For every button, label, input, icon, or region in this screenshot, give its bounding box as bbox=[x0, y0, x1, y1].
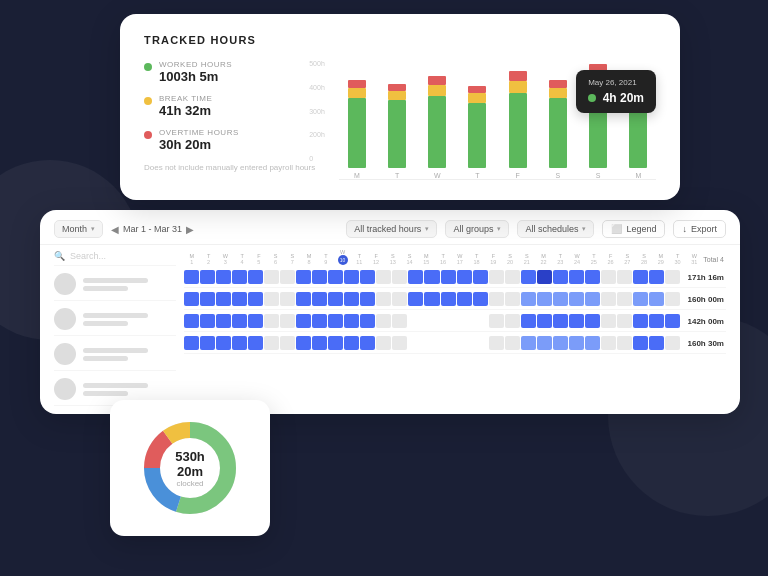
bar-green-2 bbox=[428, 96, 446, 168]
user-row-0 bbox=[54, 266, 176, 301]
prev-arrow[interactable]: ◀ bbox=[111, 224, 119, 235]
search-input[interactable]: Search... bbox=[70, 251, 106, 261]
bar-group-5: S bbox=[540, 80, 575, 179]
day-col-m1: M1 bbox=[184, 253, 200, 265]
bar-stack-2 bbox=[420, 76, 455, 168]
tracked-hours-filter[interactable]: All tracked hours ▾ bbox=[346, 220, 437, 238]
bar-green-3 bbox=[468, 103, 486, 168]
bar-chart: 500h 400h 300h 200h 0 M bbox=[331, 60, 656, 180]
bar-yellow-5 bbox=[549, 88, 567, 98]
day-header-row: M1 T2 W3 T4 F5 S6 S7 M8 T9 W10 T11 F12 S… bbox=[184, 245, 726, 267]
export-button[interactable]: ↓ Export bbox=[673, 220, 726, 238]
break-time-stat: BREAK TIME 41h 32m bbox=[144, 94, 315, 118]
bar-yellow-1 bbox=[388, 91, 406, 100]
overtime-label: OVERTIME HOURS bbox=[159, 128, 239, 137]
filter1-label: All tracked hours bbox=[354, 224, 421, 234]
y-axis-labels: 500h 400h 300h 200h 0 bbox=[309, 60, 325, 162]
search-row: 🔍 Search... bbox=[54, 245, 176, 266]
legend-icon: ⬜ bbox=[611, 224, 622, 234]
overtime-stat: OVERTIME HOURS 30h 20m bbox=[144, 128, 315, 152]
bar-red-2 bbox=[428, 76, 446, 85]
y-label-200: 200h bbox=[309, 131, 325, 138]
groups-filter[interactable]: All groups ▾ bbox=[445, 220, 509, 238]
bar-yellow-2 bbox=[428, 85, 446, 96]
donut-value: 530h 20m bbox=[165, 449, 215, 479]
total-header: Total 4 bbox=[703, 252, 726, 265]
nav-arrows: ◀ Mar 1 - Mar 31 ▶ bbox=[111, 224, 194, 235]
bar-red-4 bbox=[509, 71, 527, 81]
filter2-label: All groups bbox=[453, 224, 493, 234]
chart-tooltip: May 26, 2021 4h 20m bbox=[576, 70, 656, 113]
day-col-s7: S7 bbox=[285, 253, 301, 265]
name-line-long-1 bbox=[83, 313, 148, 318]
worked-hours-dot bbox=[144, 63, 152, 71]
avatar-0 bbox=[54, 273, 76, 295]
bar-label-7: M bbox=[635, 172, 641, 179]
total-2: 142h 00m bbox=[681, 317, 726, 326]
y-label-0: 0 bbox=[309, 155, 325, 162]
legend-button[interactable]: ⬜ Legend bbox=[602, 220, 665, 238]
name-line-long-0 bbox=[83, 278, 148, 283]
total-0: 171h 16m bbox=[681, 273, 726, 282]
filter3-label: All schedules bbox=[525, 224, 578, 234]
worked-hours-value: 1003h 5m bbox=[159, 69, 232, 84]
tracker-toolbar: Month ▾ ◀ Mar 1 - Mar 31 ▶ All tracked h… bbox=[40, 210, 740, 245]
overtime-value: 30h 20m bbox=[159, 137, 239, 152]
bar-stack-4 bbox=[500, 71, 535, 168]
worked-hours-label: WORKED HOURS bbox=[159, 60, 232, 69]
name-line-long-3 bbox=[83, 383, 148, 388]
export-label: Export bbox=[691, 224, 717, 234]
name-line-short-2 bbox=[83, 356, 128, 361]
bar-label-2: W bbox=[434, 172, 441, 179]
y-label-300: 300h bbox=[309, 108, 325, 115]
day-col-s6: S6 bbox=[268, 253, 284, 265]
day-col-f5: F5 bbox=[251, 253, 267, 265]
donut-card: 530h 20m clocked bbox=[110, 400, 270, 536]
bar-label-5: S bbox=[556, 172, 561, 179]
total-3: 160h 30m bbox=[681, 339, 726, 348]
card-title: TRACKED HOURS bbox=[144, 34, 656, 46]
user-row-1 bbox=[54, 301, 176, 336]
user-row-2 bbox=[54, 336, 176, 371]
day-col-w10: W10 bbox=[335, 249, 351, 265]
bar-green-4 bbox=[509, 93, 527, 168]
tracked-hours-card: TRACKED HOURS WORKED HOURS 1003h 5m BREA… bbox=[120, 14, 680, 200]
name-line-short-0 bbox=[83, 286, 128, 291]
next-arrow[interactable]: ▶ bbox=[186, 224, 194, 235]
bar-stack-5 bbox=[540, 80, 575, 168]
day-col-s13: S13 bbox=[385, 253, 401, 265]
y-label-400: 400h bbox=[309, 84, 325, 91]
avatar-1 bbox=[54, 308, 76, 330]
day-col-m8: M8 bbox=[301, 253, 317, 265]
bar-group-1: T bbox=[379, 84, 414, 179]
bar-red-5 bbox=[549, 80, 567, 88]
data-row-1: 160h 00m bbox=[184, 289, 726, 310]
total-1: 160h 00m bbox=[681, 295, 726, 304]
bar-group-4: F bbox=[500, 71, 535, 179]
data-row-2: 142h 00m bbox=[184, 311, 726, 332]
bar-group-0: M bbox=[339, 80, 374, 179]
bar-green-0 bbox=[348, 98, 366, 168]
user-name-2 bbox=[83, 348, 148, 361]
bar-label-3: T bbox=[475, 172, 479, 179]
bar-label-6: S bbox=[596, 172, 601, 179]
grid-area: 🔍 Search... bbox=[40, 245, 740, 414]
day-col-w3: W3 bbox=[218, 253, 234, 265]
worked-hours-stat: WORKED HOURS 1003h 5m bbox=[144, 60, 315, 84]
grid-right: M1 T2 W3 T4 F5 S6 S7 M8 T9 W10 T11 F12 S… bbox=[184, 245, 726, 406]
schedules-filter[interactable]: All schedules ▾ bbox=[517, 220, 594, 238]
day-col-t4: T4 bbox=[234, 253, 250, 265]
break-time-dot bbox=[144, 97, 152, 105]
break-time-value: 41h 32m bbox=[159, 103, 212, 118]
day-col-t11: T11 bbox=[352, 253, 368, 265]
stats-panel: WORKED HOURS 1003h 5m BREAK TIME 41h 32m… bbox=[144, 60, 315, 173]
bar-red-3 bbox=[468, 86, 486, 93]
bar-label-1: T bbox=[395, 172, 399, 179]
export-icon: ↓ bbox=[682, 224, 687, 234]
bar-group-3: T bbox=[460, 86, 495, 179]
bar-stack-3 bbox=[460, 86, 495, 168]
avatar-3 bbox=[54, 378, 76, 400]
bar-yellow-0 bbox=[348, 88, 366, 98]
name-line-long-2 bbox=[83, 348, 148, 353]
month-btn[interactable]: Month ▾ bbox=[54, 220, 103, 238]
